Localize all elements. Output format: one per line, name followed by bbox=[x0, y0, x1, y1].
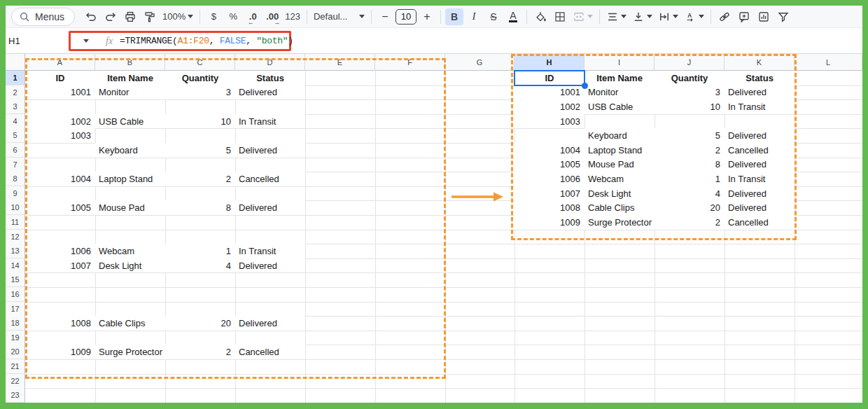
row-header-4[interactable]: 4 bbox=[6, 114, 25, 129]
cell-C14[interactable]: 4 bbox=[165, 258, 235, 273]
cell-C10[interactable]: 8 bbox=[165, 200, 235, 215]
cell-K11[interactable]: Cancelled bbox=[724, 215, 794, 230]
bold-button[interactable]: B bbox=[445, 8, 463, 25]
format-currency-button[interactable]: $ bbox=[204, 8, 223, 25]
row-header-20[interactable]: 20 bbox=[6, 345, 25, 359]
menus-button[interactable]: Menus bbox=[11, 8, 75, 26]
increase-decimal-button[interactable]: .00→ bbox=[263, 8, 281, 25]
row-header-12[interactable]: 12 bbox=[6, 230, 25, 244]
paint-format-button[interactable] bbox=[141, 8, 159, 25]
cell-J7[interactable]: 8 bbox=[654, 158, 724, 172]
cell-H6[interactable]: 1004 bbox=[514, 143, 584, 158]
cell-B1[interactable]: Item Name bbox=[95, 71, 165, 85]
vertical-align-button[interactable] bbox=[630, 8, 654, 25]
cell-J2[interactable]: 3 bbox=[654, 85, 724, 100]
cell-I6[interactable]: Laptop Stand bbox=[584, 143, 654, 158]
column-header-F[interactable]: F bbox=[375, 54, 445, 71]
cell-I3[interactable]: USB Cable bbox=[584, 99, 654, 114]
row-header-8[interactable]: 8 bbox=[6, 172, 25, 186]
row-header-6[interactable]: 6 bbox=[6, 143, 25, 158]
cell-J1[interactable]: Quantity bbox=[654, 71, 724, 85]
cell-K2[interactable]: Delivered bbox=[724, 85, 794, 100]
cell-B4[interactable]: USB Cable bbox=[95, 114, 165, 129]
cell-D18[interactable]: Delivered bbox=[235, 316, 305, 331]
increase-font-size-button[interactable]: + bbox=[418, 8, 436, 25]
cell-A18[interactable]: 1008 bbox=[25, 316, 95, 331]
row-header-22[interactable]: 22 bbox=[6, 374, 25, 389]
cell-C13[interactable]: 1 bbox=[165, 244, 235, 258]
row-header-5[interactable]: 5 bbox=[6, 128, 25, 143]
cell-I11[interactable]: Surge Protector bbox=[584, 215, 654, 230]
cell-I5[interactable]: Keyboard bbox=[584, 128, 654, 143]
horizontal-align-button[interactable] bbox=[604, 8, 629, 25]
column-header-E[interactable]: E bbox=[305, 54, 375, 71]
cell-H9[interactable]: 1007 bbox=[514, 186, 584, 201]
column-header-G[interactable]: G bbox=[445, 54, 514, 71]
row-header-9[interactable]: 9 bbox=[6, 186, 25, 201]
cell-B13[interactable]: Webcam bbox=[95, 244, 165, 258]
more-formats-button[interactable]: 123 bbox=[283, 8, 302, 25]
cell-A2[interactable]: 1001 bbox=[25, 85, 95, 100]
cell-K10[interactable]: Delivered bbox=[724, 200, 794, 215]
column-header-I[interactable]: I bbox=[584, 54, 654, 71]
cell-J8[interactable]: 1 bbox=[654, 172, 724, 186]
cell-H4[interactable]: 1003 bbox=[514, 114, 584, 129]
fill-handle[interactable] bbox=[582, 83, 588, 89]
column-header-A[interactable]: A bbox=[25, 54, 95, 71]
cell-H2[interactable]: 1001 bbox=[514, 85, 584, 100]
text-wrap-button[interactable] bbox=[656, 8, 680, 25]
cell-H7[interactable]: 1005 bbox=[514, 158, 584, 172]
cell-H1[interactable]: ID bbox=[514, 71, 584, 85]
cell-J10[interactable]: 20 bbox=[654, 200, 724, 215]
cell-A20[interactable]: 1009 bbox=[25, 345, 95, 359]
format-percent-button[interactable]: % bbox=[224, 8, 242, 25]
column-header-C[interactable]: C bbox=[165, 54, 235, 71]
cell-A5[interactable]: 1003 bbox=[25, 128, 95, 143]
cell-I1[interactable]: Item Name bbox=[584, 71, 654, 85]
cell-K1[interactable]: Status bbox=[724, 71, 794, 85]
cell-A1[interactable]: ID bbox=[25, 71, 95, 85]
cell-name-box[interactable]: H1 bbox=[6, 36, 48, 46]
cell-H10[interactable]: 1008 bbox=[514, 200, 584, 215]
column-header-J[interactable]: J bbox=[654, 54, 724, 71]
cell-B8[interactable]: Laptop Stand bbox=[95, 172, 165, 186]
row-header-21[interactable]: 21 bbox=[6, 359, 25, 374]
row-header-23[interactable]: 23 bbox=[6, 388, 25, 403]
insert-chart-button[interactable] bbox=[755, 8, 773, 25]
cell-A10[interactable]: 1005 bbox=[25, 200, 95, 215]
cell-B6[interactable]: Keyboard bbox=[95, 143, 165, 158]
cell-C8[interactable]: 2 bbox=[165, 172, 235, 186]
name-box-chevron-icon[interactable] bbox=[83, 39, 89, 43]
cell-D10[interactable]: Delivered bbox=[235, 200, 305, 215]
cell-B10[interactable]: Mouse Pad bbox=[95, 200, 165, 215]
cell-B14[interactable]: Desk Light bbox=[95, 258, 165, 273]
font-select[interactable]: Defaul... bbox=[312, 8, 367, 25]
decrease-decimal-button[interactable]: .0← bbox=[244, 8, 262, 25]
insert-link-button[interactable] bbox=[715, 8, 734, 25]
row-header-15[interactable]: 15 bbox=[6, 272, 25, 287]
formula-input[interactable]: =TRIMRANGE(A1:F20, FALSE, "both") bbox=[120, 36, 293, 46]
cell-J3[interactable]: 10 bbox=[654, 99, 724, 114]
cell-A14[interactable]: 1007 bbox=[25, 258, 95, 273]
cell-C6[interactable]: 5 bbox=[165, 143, 235, 158]
cell-K9[interactable]: Delivered bbox=[724, 186, 794, 201]
cell-I10[interactable]: Cable Clips bbox=[584, 200, 654, 215]
cell-D13[interactable]: In Transit bbox=[235, 244, 305, 258]
cell-I8[interactable]: Webcam bbox=[584, 172, 654, 186]
cell-A13[interactable]: 1006 bbox=[25, 244, 95, 258]
strikethrough-button[interactable]: S bbox=[484, 8, 503, 25]
print-button[interactable] bbox=[121, 8, 139, 25]
row-header-10[interactable]: 10 bbox=[6, 200, 25, 215]
cell-D4[interactable]: In Transit bbox=[235, 114, 305, 129]
column-header-H[interactable]: H bbox=[514, 54, 584, 71]
column-header-L[interactable]: L bbox=[794, 54, 862, 71]
cell-H8[interactable]: 1006 bbox=[514, 172, 584, 186]
cell-H11[interactable]: 1009 bbox=[514, 215, 584, 230]
text-color-button[interactable]: A bbox=[504, 8, 522, 25]
cell-C18[interactable]: 20 bbox=[165, 316, 235, 331]
cell-D8[interactable]: Cancelled bbox=[235, 172, 305, 186]
row-header-14[interactable]: 14 bbox=[6, 258, 25, 273]
cell-I9[interactable]: Desk Light bbox=[584, 186, 654, 201]
insert-comment-button[interactable] bbox=[735, 8, 753, 25]
cell-C1[interactable]: Quantity bbox=[165, 71, 235, 85]
